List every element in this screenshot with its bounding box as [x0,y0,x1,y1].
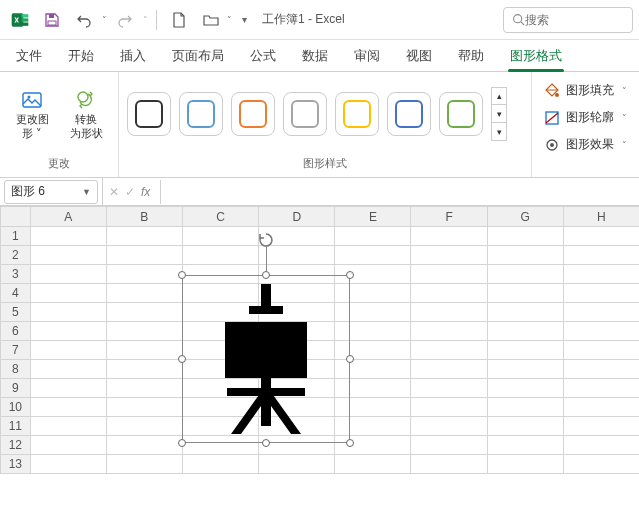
cell-H5[interactable] [563,303,639,322]
cell-B3[interactable] [106,265,182,284]
row-header-3[interactable]: 3 [1,265,31,284]
cell-F11[interactable] [411,417,487,436]
cell-F2[interactable] [411,246,487,265]
search-input[interactable] [525,13,615,27]
app-icon[interactable] [6,6,34,34]
shape-style-2[interactable] [231,92,275,136]
cell-F10[interactable] [411,398,487,417]
cell-G9[interactable] [487,379,563,398]
name-box[interactable]: 图形 6 ▼ [4,180,98,204]
shape-style-6[interactable] [439,92,483,136]
cell-H2[interactable] [563,246,639,265]
cell-A3[interactable] [30,265,106,284]
row-header-13[interactable]: 13 [1,455,31,474]
resize-handle-se[interactable] [346,439,354,447]
resize-handle-w[interactable] [178,355,186,363]
col-header-B[interactable]: B [106,207,182,227]
cell-C2[interactable] [182,246,258,265]
style-scroll-down[interactable]: ▾ [491,105,507,123]
cell-A2[interactable] [30,246,106,265]
col-header-F[interactable]: F [411,207,487,227]
cell-G6[interactable] [487,322,563,341]
cell-F12[interactable] [411,436,487,455]
tab-formulas[interactable]: 公式 [240,41,286,71]
row-header-10[interactable]: 10 [1,398,31,417]
cell-A11[interactable] [30,417,106,436]
row-header-1[interactable]: 1 [1,227,31,246]
row-header-6[interactable]: 6 [1,322,31,341]
col-header-E[interactable]: E [335,207,411,227]
cell-B13[interactable] [106,455,182,474]
cell-G7[interactable] [487,341,563,360]
cell-G5[interactable] [487,303,563,322]
cell-H9[interactable] [563,379,639,398]
cell-B1[interactable] [106,227,182,246]
shape-style-0[interactable] [127,92,171,136]
cell-G4[interactable] [487,284,563,303]
row-header-5[interactable]: 5 [1,303,31,322]
tab-view[interactable]: 视图 [396,41,442,71]
cell-A6[interactable] [30,322,106,341]
resize-handle-sw[interactable] [178,439,186,447]
cell-H3[interactable] [563,265,639,284]
confirm-formula-button[interactable]: ✓ [125,185,135,199]
rotation-handle[interactable] [257,231,275,249]
qat-customize-button[interactable]: ▾ [236,6,252,34]
cell-E2[interactable] [335,246,411,265]
cell-G8[interactable] [487,360,563,379]
open-file-button[interactable] [197,6,225,34]
cell-H8[interactable] [563,360,639,379]
cell-A5[interactable] [30,303,106,322]
tab-review[interactable]: 审阅 [344,41,390,71]
cell-A8[interactable] [30,360,106,379]
cell-E13[interactable] [335,455,411,474]
cell-F8[interactable] [411,360,487,379]
cell-B9[interactable] [106,379,182,398]
undo-button[interactable] [70,6,98,34]
cell-H11[interactable] [563,417,639,436]
save-button[interactable] [38,6,66,34]
new-file-button[interactable] [165,6,193,34]
col-header-A[interactable]: A [30,207,106,227]
cell-H6[interactable] [563,322,639,341]
cell-B5[interactable] [106,303,182,322]
cell-B7[interactable] [106,341,182,360]
cell-B6[interactable] [106,322,182,341]
cell-A13[interactable] [30,455,106,474]
cell-B10[interactable] [106,398,182,417]
tab-insert[interactable]: 插入 [110,41,156,71]
change-graphic-button[interactable]: 更改图 形 ˅ [8,79,56,149]
tab-shape-format[interactable]: 图形格式 [500,41,572,71]
resize-handle-n[interactable] [262,271,270,279]
cell-G2[interactable] [487,246,563,265]
cell-G13[interactable] [487,455,563,474]
cell-F3[interactable] [411,265,487,284]
shape-style-1[interactable] [179,92,223,136]
cell-B4[interactable] [106,284,182,303]
shape-fill-button[interactable]: 图形填充˅ [540,80,631,101]
cell-F5[interactable] [411,303,487,322]
cell-C13[interactable] [182,455,258,474]
cell-H10[interactable] [563,398,639,417]
cell-A7[interactable] [30,341,106,360]
tab-help[interactable]: 帮助 [448,41,494,71]
cell-H1[interactable] [563,227,639,246]
cell-H13[interactable] [563,455,639,474]
tab-data[interactable]: 数据 [292,41,338,71]
resize-handle-s[interactable] [262,439,270,447]
shape-effects-button[interactable]: 图形效果˅ [540,134,631,155]
cell-H4[interactable] [563,284,639,303]
cell-F13[interactable] [411,455,487,474]
cancel-formula-button[interactable]: ✕ [109,185,119,199]
cell-G11[interactable] [487,417,563,436]
shape-outline-button[interactable]: 图形轮廓˅ [540,107,631,128]
cell-E1[interactable] [335,227,411,246]
tab-page-layout[interactable]: 页面布局 [162,41,234,71]
cell-A10[interactable] [30,398,106,417]
cell-A12[interactable] [30,436,106,455]
select-all-corner[interactable] [1,207,31,227]
formula-input[interactable] [160,180,639,204]
selected-shape[interactable] [182,275,350,443]
row-header-7[interactable]: 7 [1,341,31,360]
row-header-12[interactable]: 12 [1,436,31,455]
